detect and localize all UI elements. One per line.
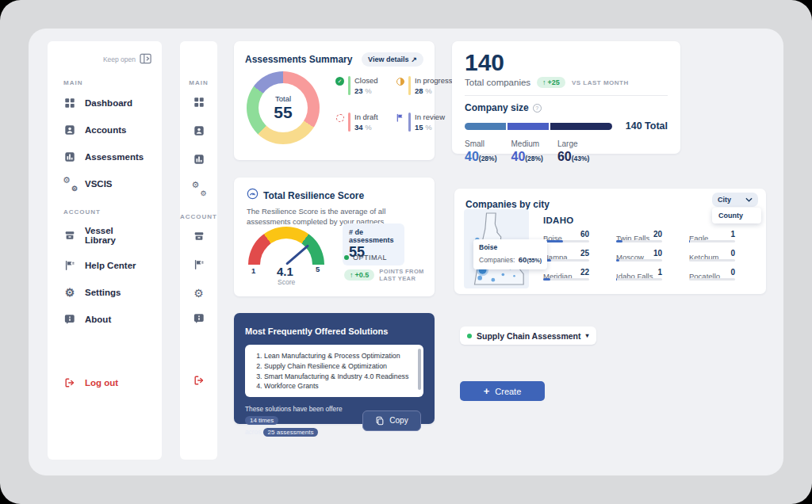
vessel-library-icon	[193, 231, 205, 245]
map-dot[interactable]	[502, 273, 505, 277]
sidebar-item-assessments[interactable]: Assessments	[57, 143, 152, 170]
city-stats-grid: Boise60 Nampa25 Meridian22 Twin Falls20 …	[543, 230, 735, 287]
scrollbar-thumb[interactable]	[418, 349, 421, 390]
sidebar-section-main-label: MAIN	[180, 79, 217, 86]
times-badge: 14 times	[245, 416, 278, 425]
expand-sidebar-icon	[140, 53, 152, 66]
view-details-label: View details	[368, 55, 408, 63]
total-companies-card: 140 Total companies +25 VS LAST MONTH Co…	[452, 41, 680, 154]
frequent-solutions-card: Most Frequently Offered Solutions Lean M…	[234, 313, 435, 424]
solution-item: Smart Manufacturing & Industry 4.0 Readi…	[264, 372, 412, 382]
logout-button[interactable]	[180, 368, 217, 396]
size-bar-segment	[508, 123, 549, 130]
sidebar-item-help-center[interactable]	[180, 252, 217, 281]
accounts-person-icon	[193, 125, 205, 139]
flag-icon	[396, 113, 404, 122]
solution-item: Supply Chain Resilience & Optimization	[264, 361, 412, 372]
resilience-gauge-chart	[248, 227, 324, 265]
arrow-up-right-icon	[411, 55, 417, 63]
sidebar-item-vessel-library[interactable]: Vessel Library	[57, 219, 152, 252]
sidebar-expanded: Keep open MAIN Dashboard Accounts Assess…	[48, 41, 162, 460]
gauge-min-label: 1	[251, 266, 255, 275]
city-row: Eagle1	[689, 230, 735, 249]
size-stat-large: Large 60(43%)	[557, 139, 589, 164]
company-size-stacked-bar	[465, 123, 612, 130]
city-row: Boise60	[543, 230, 589, 249]
legend-color-bar	[348, 76, 350, 95]
sidebar-item-settings[interactable]: ⚙ Settings	[57, 279, 152, 306]
solution-item: Workforce Grants	[264, 381, 412, 391]
tooltip-label: Companies:	[479, 256, 515, 264]
sidebar-item-vscis[interactable]: ⚙⚙ VSCIS	[57, 170, 152, 197]
logout-icon	[63, 376, 76, 389]
logout-button[interactable]: Log out	[57, 369, 152, 396]
sidebar-item-vessel-library[interactable]	[180, 223, 217, 252]
status-dot-icon	[467, 334, 472, 338]
map-dot[interactable]	[513, 275, 515, 277]
vessel-library-icon	[63, 229, 76, 242]
legend-label: In progress	[415, 76, 453, 85]
sidebar-section-account-label: ACCOUNT	[180, 213, 217, 220]
sidebar-item-dashboard[interactable]: Dashboard	[57, 90, 152, 116]
sidebar-item-assessments[interactable]	[180, 147, 217, 175]
plus-icon: +	[484, 385, 490, 397]
help-center-flag-icon	[63, 259, 76, 272]
help-tooltip-icon[interactable]	[533, 104, 542, 113]
map-dot[interactable]	[492, 278, 496, 282]
size-label: Medium	[511, 139, 542, 148]
sidebar-section-main-label: MAIN	[63, 79, 152, 86]
sidebar-item-settings[interactable]: ⚙	[180, 281, 217, 306]
city-row: Pocatello0	[689, 268, 735, 287]
card-title: Total Resilience Score	[263, 190, 364, 201]
sidebar-item-about[interactable]	[180, 306, 217, 334]
solutions-list: Lean Manufacturing & Process Optimizatio…	[250, 351, 412, 391]
dashed-circle-icon	[335, 113, 344, 122]
sidebar-item-vscis[interactable]: ⚙⚙	[180, 175, 217, 202]
dashboard-grid-icon	[63, 97, 76, 109]
keep-open-toggle[interactable]: Keep open	[57, 51, 152, 68]
sidebar-item-dashboard[interactable]	[180, 90, 217, 118]
create-label: Create	[495, 387, 521, 396]
assessments-badge: 25 assessments	[263, 428, 319, 437]
map-dot[interactable]	[477, 276, 482, 281]
caret-down-icon	[585, 332, 588, 339]
region-title: IDAHO	[543, 216, 574, 225]
size-bar-segment	[465, 123, 506, 130]
arrow-up-icon	[542, 78, 546, 86]
donut-ring: Total 55	[247, 71, 320, 144]
county-filter-option[interactable]: County	[712, 208, 761, 223]
delta-badge: +25	[537, 77, 565, 88]
copy-button[interactable]: Copy	[362, 410, 421, 431]
assessment-type-dropdown[interactable]: Supply Chain Assessment	[460, 326, 596, 345]
sidebar-item-label: Help Center	[85, 261, 136, 270]
sidebar-item-accounts[interactable]	[180, 118, 217, 147]
vscis-gears-icon: ⚙⚙	[193, 182, 205, 195]
create-button[interactable]: + Create	[460, 381, 545, 401]
view-details-button[interactable]: View details	[362, 52, 423, 67]
assessments-count-label: # de assessments	[349, 228, 398, 244]
legend-color-bar	[408, 113, 411, 132]
city-filter-dropdown[interactable]: City	[712, 193, 758, 207]
sidebar-item-help-center[interactable]: Help Center	[57, 252, 152, 279]
assessments-donut-chart: Total 55	[247, 71, 320, 144]
city-filter-value: City	[718, 196, 731, 204]
card-title: Companies by city	[465, 199, 550, 210]
sidebar-item-accounts[interactable]: Accounts	[57, 116, 152, 143]
donut-total-value: 55	[274, 103, 292, 122]
sidebar-item-label: Vessel Library	[85, 226, 146, 245]
donut-center: Total 55	[259, 83, 308, 132]
sidebar-item-about[interactable]: About	[57, 306, 152, 333]
legend-item-in-draft: In draft34 %	[335, 113, 396, 132]
accounts-person-icon	[63, 124, 76, 136]
sidebar-collapsed: MAIN ⚙⚙ ACCOUNT ⚙	[180, 41, 217, 460]
chevron-down-icon	[745, 197, 753, 202]
assessments-summary-card: Assessments Summary View details Total 5…	[234, 41, 435, 160]
about-info-icon	[193, 313, 205, 327]
company-size-total: 140 Total	[626, 120, 668, 132]
points-from-last-year-caption: POINTS FROM LAST YEAR	[379, 268, 435, 282]
sidebar-item-label: Assessments	[85, 152, 144, 162]
total-companies-label: Total companies	[465, 78, 530, 87]
sidebar-item-label: Dashboard	[85, 98, 132, 108]
sidebar-item-label: Accounts	[85, 125, 126, 135]
divider	[465, 95, 668, 96]
